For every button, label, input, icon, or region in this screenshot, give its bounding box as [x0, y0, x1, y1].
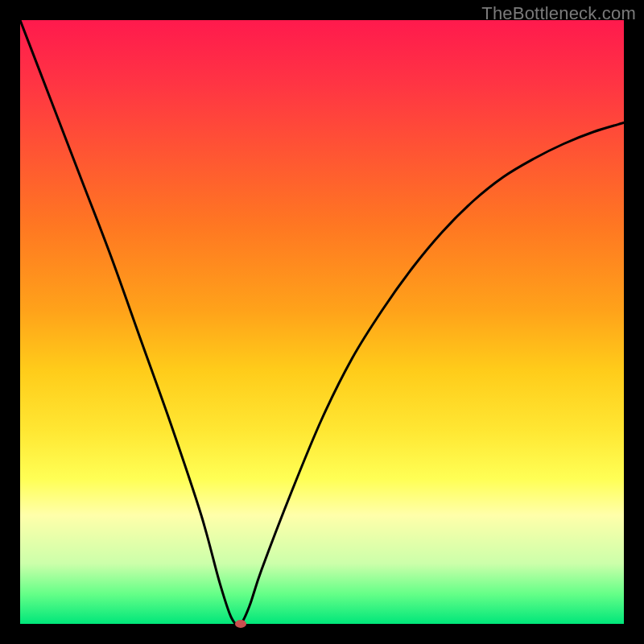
bottleneck-curve	[20, 20, 624, 624]
optimal-point-marker	[235, 620, 246, 628]
plot-area	[20, 20, 624, 624]
chart-frame: TheBottleneck.com	[0, 0, 644, 644]
watermark-text: TheBottleneck.com	[481, 3, 636, 24]
